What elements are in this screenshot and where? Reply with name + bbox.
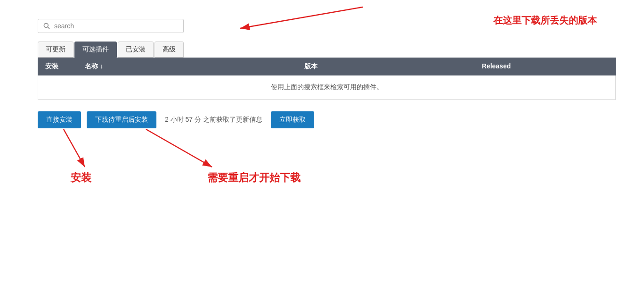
tab-optional-plugins[interactable]: 可选插件 [74, 42, 117, 58]
svg-line-2 [48, 27, 49, 29]
tab-installed[interactable]: 已安装 [118, 42, 154, 58]
bottom-annotations: 安装 需要重启才开始下载 [38, 133, 616, 190]
table-header: 安装 名称 ↓ 版本 Released [38, 58, 616, 75]
download-restart-button[interactable]: 下载待重启后安装 [87, 111, 156, 128]
col-header-name: 名称 ↓ [85, 62, 245, 71]
download-annotation: 在这里下载所丢失的版本 [493, 14, 597, 27]
col-header-version: 版本 [245, 62, 377, 71]
action-section: 直接安装 下载待重启后安装 2 小时 57 分 之前获取了更新信息 立即获取 安… [38, 111, 616, 190]
table-body: 使用上面的搜索框来检索可用的插件。 [38, 75, 616, 100]
install-annotation-label: 安装 [71, 171, 91, 185]
col-header-released: Released [377, 62, 616, 71]
tabs-row: 可更新 可选插件 已安装 高级 [38, 42, 616, 58]
direct-install-button[interactable]: 直接安装 [38, 111, 81, 128]
download-annotation-text: 在这里下载所丢失的版本 [493, 15, 597, 25]
table-empty-message: 使用上面的搜索框来检索可用的插件。 [38, 75, 615, 100]
page-wrapper: 在这里下载所丢失的版本 可更新 可选插件 [0, 0, 644, 284]
restart-annotation-label: 需要重启才开始下载 [207, 171, 301, 185]
search-icon [43, 22, 50, 30]
update-info-text: 2 小时 57 分 之前获取了更新信息 [165, 116, 262, 124]
col-header-install: 安装 [38, 62, 85, 71]
fetch-now-button[interactable]: 立即获取 [271, 111, 314, 128]
tab-advanced[interactable]: 高级 [155, 42, 184, 58]
top-section: 在这里下载所丢失的版本 可更新 可选插件 [38, 19, 616, 100]
arrow-to-search-icon [160, 2, 367, 35]
tab-updatable[interactable]: 可更新 [38, 42, 73, 58]
action-row: 直接安装 下载待重启后安装 2 小时 57 分 之前获取了更新信息 立即获取 [38, 111, 616, 128]
